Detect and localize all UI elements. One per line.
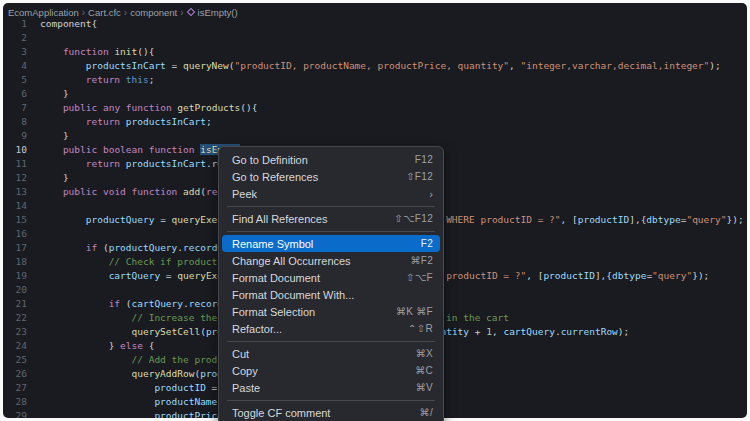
menu-shortcut: ⇧⌥F	[406, 272, 433, 283]
menu-item-toggle-cf-comment[interactable]: Toggle CF comment⌘/	[222, 404, 440, 421]
menu-item-label: Format Selection	[232, 306, 315, 318]
menu-item-paste[interactable]: Paste⌘V	[222, 379, 440, 396]
code-token	[40, 242, 86, 253]
code-token: (){	[137, 46, 154, 57]
menu-separator	[227, 231, 435, 232]
breadcrumb-item-isempty[interactable]: isEmpty()	[198, 7, 238, 18]
code-token: productsInCart	[86, 60, 166, 71]
menu-item-refactor[interactable]: Refactor...⌃⇧R	[222, 320, 440, 337]
code-line[interactable]: 1component{	[3, 17, 747, 31]
code-line[interactable]: 3 function init(){	[3, 45, 747, 59]
line-number: 17	[3, 241, 27, 255]
line-number: 23	[3, 325, 27, 339]
code-line-text: public any function getProducts(){	[40, 101, 257, 115]
menu-item-rename-symbol[interactable]: Rename SymbolF2	[222, 235, 440, 252]
code-token	[40, 116, 86, 127]
menu-shortcut: ⌘K ⌘F	[396, 306, 433, 317]
menu-item-label: Cut	[232, 348, 249, 360]
code-token: "query"	[686, 214, 726, 225]
code-line[interactable]: 6 }	[3, 87, 747, 101]
code-token	[40, 326, 132, 337]
menu-item-label: Refactor...	[232, 323, 282, 335]
code-token	[40, 144, 63, 155]
line-number: 5	[3, 73, 27, 87]
code-line[interactable]: 2	[3, 31, 747, 45]
code-line[interactable]: 8 return productsInCart;	[3, 115, 747, 129]
line-number: 11	[3, 157, 27, 171]
code-token	[40, 256, 109, 267]
code-token: );	[618, 326, 629, 337]
line-number: 14	[3, 199, 27, 213]
code-line[interactable]: 5 return this;	[3, 73, 747, 87]
code-token	[40, 74, 86, 85]
code-token: (){	[240, 102, 257, 113]
breadcrumb-separator: ›	[124, 7, 127, 18]
menu-shortcut: F12	[415, 154, 433, 165]
menu-shortcut: ⌃⇧R	[408, 323, 433, 334]
code-token: productID	[578, 214, 629, 225]
breadcrumb-separator: ›	[82, 7, 85, 18]
code-token: getProducts	[177, 102, 240, 113]
code-token: currentRow	[561, 326, 618, 337]
code-line-text: productsInCart = queryNew("productID, pr…	[40, 59, 721, 73]
menu-item-label: Toggle CF comment	[232, 407, 330, 419]
menu-shortcut: ⌘V	[416, 382, 433, 393]
line-number: 12	[3, 171, 27, 185]
code-token: productQuery	[86, 214, 155, 225]
menu-item-copy[interactable]: Copy⌘C	[222, 362, 440, 379]
line-number: 20	[3, 283, 27, 297]
code-line-text: return this;	[40, 73, 154, 87]
code-token: dbtype	[612, 270, 646, 281]
code-line-text: }	[40, 129, 69, 143]
code-token: querySetCell	[132, 326, 201, 337]
code-token: boolean	[103, 144, 143, 155]
menu-shortcut: ⌘C	[415, 365, 433, 376]
menu-item-format-selection[interactable]: Format Selection⌘K ⌘F	[222, 303, 440, 320]
code-line-text: }	[40, 87, 69, 101]
code-token: add	[183, 186, 200, 197]
code-line-text: } else {	[40, 339, 154, 353]
line-number: 29	[3, 409, 27, 418]
code-line[interactable]: 7 public any function getProducts(){	[3, 101, 747, 115]
menu-shortcut: ⌘X	[416, 348, 433, 359]
code-token: if	[109, 298, 120, 309]
code-token: ,	[492, 326, 503, 337]
code-token	[40, 410, 154, 418]
code-token: void	[103, 186, 126, 197]
code-line-text: }	[40, 171, 69, 185]
line-number: 10	[3, 143, 27, 157]
code-line[interactable]: 9 }	[3, 129, 747, 143]
line-number: 28	[3, 395, 27, 409]
code-line[interactable]: 4 productsInCart = queryNew("productID, …	[3, 59, 747, 73]
code-token	[40, 368, 132, 379]
breadcrumb-item-cart-cfc[interactable]: Cart.cfc	[88, 7, 121, 18]
code-token	[40, 102, 63, 113]
menu-item-cut[interactable]: Cut⌘X	[222, 345, 440, 362]
code-token: ;	[206, 116, 212, 127]
menu-item-go-to-definition[interactable]: Go to DefinitionF12	[222, 151, 440, 168]
code-token	[40, 186, 63, 197]
code-token: =	[154, 214, 171, 225]
menu-item-format-document[interactable]: Format Document⇧⌥F	[222, 269, 440, 286]
menu-shortcut: ⇧⌥F12	[394, 213, 433, 224]
breadcrumb-item-component[interactable]: component	[130, 7, 177, 18]
code-token: return	[86, 158, 120, 169]
menu-item-peek[interactable]: Peek›	[222, 185, 440, 202]
chevron-right-icon: ›	[429, 188, 433, 200]
breadcrumb-item-ecomapplication[interactable]: EcomApplication	[8, 7, 79, 18]
menu-shortcut: F2	[421, 238, 433, 249]
menu-separator	[227, 206, 435, 207]
menu-item-change-all-occurrences[interactable]: Change All Occurrences⌘F2	[222, 252, 440, 269]
line-number: 15	[3, 213, 27, 227]
menu-item-find-all-references[interactable]: Find All References⇧⌥F12	[222, 210, 440, 227]
code-token: function	[63, 46, 109, 57]
menu-item-label: Peek	[232, 188, 257, 200]
code-token: "integer,varchar,decimal,integer"	[521, 60, 710, 71]
code-token: }	[40, 88, 69, 99]
line-number: 18	[3, 255, 27, 269]
menu-item-format-document-with[interactable]: Format Document With...	[222, 286, 440, 303]
menu-item-go-to-references[interactable]: Go to References⇧F12	[222, 168, 440, 185]
code-token: ,	[509, 60, 520, 71]
code-token: productQuery	[109, 242, 178, 253]
menu-item-label: Change All Occurrences	[232, 255, 351, 267]
